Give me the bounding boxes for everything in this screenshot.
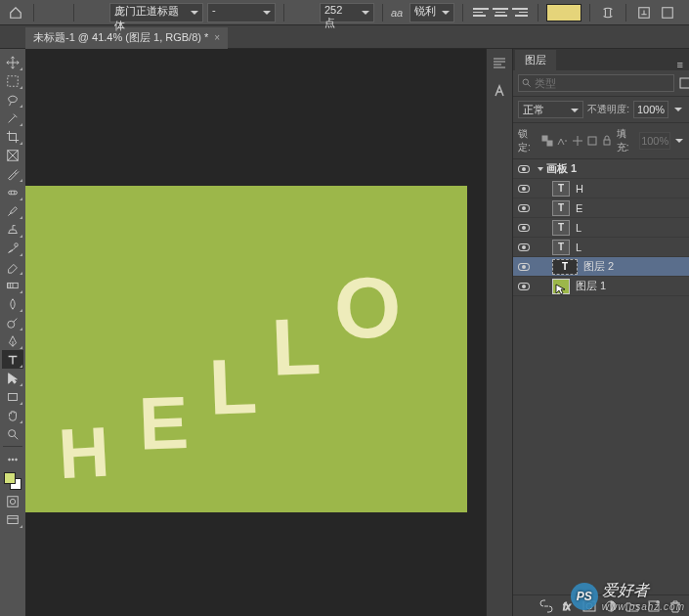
visibility-toggle[interactable] (513, 263, 535, 271)
pen-tool[interactable] (2, 331, 23, 350)
blur-tool[interactable] (2, 294, 23, 313)
layer-filter-input[interactable] (518, 74, 674, 92)
screen-mode-icon[interactable] (2, 510, 23, 529)
artboard: H E L L O (25, 186, 467, 512)
svg-rect-17 (680, 78, 689, 88)
layers-panel: 图层 ≡ 正常 不透明度: 100% (513, 49, 689, 616)
gradient-tool[interactable] (2, 276, 23, 294)
expand-icon[interactable] (535, 167, 546, 171)
blend-mode-select[interactable]: 正常 (518, 101, 583, 118)
lock-transparency-icon[interactable] (540, 134, 552, 148)
font-family-select[interactable]: 庞门正道标题体 (109, 3, 203, 22)
visibility-toggle[interactable] (513, 224, 535, 232)
dodge-tool[interactable] (2, 313, 23, 331)
layer-row[interactable]: L (513, 218, 689, 238)
layers-tab[interactable]: 图层 (515, 50, 556, 70)
group-icon[interactable] (624, 598, 640, 614)
document-tab[interactable]: 未标题-1 @ 41.4% (图层 1, RGB/8) * × (25, 27, 228, 49)
home-icon[interactable] (6, 3, 25, 22)
new-layer-icon[interactable] (646, 598, 662, 614)
layer-row[interactable]: L (513, 238, 689, 257)
cursor-icon (555, 284, 567, 297)
edit-toolbar-icon[interactable] (2, 450, 23, 468)
visibility-toggle[interactable] (513, 185, 535, 193)
svg-rect-23 (542, 136, 547, 141)
layer-row-selected[interactable]: 图层 2 (513, 257, 689, 277)
history-brush-tool[interactable] (2, 239, 23, 257)
lock-position-icon[interactable] (571, 134, 582, 148)
text-tool-icon (42, 1, 65, 24)
font-size-select[interactable]: 252 点 (320, 3, 374, 22)
document-tabs-bar: 未标题-1 @ 41.4% (图层 1, RGB/8) * × (0, 25, 689, 49)
svg-point-11 (12, 459, 14, 461)
layer-mask-icon[interactable] (581, 598, 597, 614)
lock-image-icon[interactable] (556, 134, 568, 148)
text-layer-thumb (552, 181, 570, 197)
lock-all-icon[interactable] (601, 134, 613, 148)
foreground-background-colors[interactable] (2, 470, 23, 492)
font-style-select[interactable]: - (207, 3, 276, 22)
visibility-toggle[interactable] (513, 165, 535, 173)
layer-row[interactable]: H (513, 179, 689, 198)
text-orientation-icon[interactable] (82, 1, 106, 24)
svg-point-12 (16, 459, 18, 461)
opacity-value[interactable]: 100% (633, 101, 668, 118)
warp-text-icon[interactable] (598, 3, 618, 22)
align-center-button[interactable] (493, 5, 508, 21)
zoom-tool[interactable] (2, 424, 23, 443)
quick-mask-icon[interactable] (2, 492, 23, 510)
artboard-row[interactable]: 画板 1 (513, 159, 689, 179)
layer-filter-row (513, 70, 689, 97)
antialias-select[interactable]: 锐利 (409, 3, 454, 22)
paragraph-panel-icon[interactable] (490, 55, 509, 72)
visibility-toggle[interactable] (513, 243, 535, 251)
character-panel-icon[interactable] (634, 3, 654, 22)
lock-fill-row: 锁定: 填充: 100% (513, 123, 689, 159)
move-tool[interactable] (2, 53, 23, 71)
canvas-area[interactable]: H E L L O (25, 49, 486, 616)
blend-opacity-row: 正常 不透明度: 100% (513, 97, 689, 123)
link-layers-icon[interactable] (538, 598, 554, 614)
collapsed-panels (486, 49, 513, 616)
rectangle-tool[interactable] (2, 387, 23, 406)
lock-artboard-icon[interactable] (586, 134, 598, 148)
3d-icon[interactable] (658, 3, 677, 22)
frame-tool[interactable] (2, 146, 23, 164)
fill-slider-icon[interactable] (673, 132, 684, 150)
crop-tool[interactable] (2, 127, 23, 146)
visibility-toggle[interactable] (513, 283, 535, 290)
close-tab-icon[interactable]: × (214, 32, 220, 43)
eyedropper-tool[interactable] (2, 164, 23, 183)
healing-brush-tool[interactable] (2, 183, 23, 201)
clone-stamp-tool[interactable] (2, 220, 23, 239)
hand-tool[interactable] (2, 406, 23, 424)
text-color-swatch[interactable] (546, 4, 581, 22)
svg-rect-8 (9, 393, 18, 400)
font-size-icon (292, 1, 316, 24)
fill-value[interactable]: 100% (639, 132, 670, 150)
brush-tool[interactable] (2, 201, 23, 220)
opacity-slider-icon[interactable] (672, 101, 684, 118)
path-selection-tool[interactable] (2, 369, 23, 387)
filter-pixel-icon[interactable] (678, 76, 689, 90)
svg-point-7 (8, 321, 15, 328)
delete-layer-icon[interactable] (667, 598, 683, 614)
type-tool[interactable] (2, 350, 23, 369)
fill-layer-thumb (552, 279, 570, 294)
marquee-tool[interactable] (2, 71, 23, 90)
visibility-toggle[interactable] (513, 204, 535, 212)
magic-wand-tool[interactable] (2, 109, 23, 127)
align-right-button[interactable] (512, 5, 528, 21)
eraser-tool[interactable] (2, 257, 23, 276)
layer-row[interactable]: 图层 1 (513, 277, 689, 296)
canvas-letter: H (57, 412, 111, 495)
align-left-button[interactable] (473, 5, 489, 21)
layer-row[interactable]: E (513, 198, 689, 218)
layer-style-icon[interactable]: fx (560, 598, 576, 614)
adjustment-layer-icon[interactable] (603, 598, 619, 614)
svg-rect-13 (8, 496, 19, 506)
lasso-tool[interactable] (2, 90, 23, 109)
text-layer-thumb (552, 220, 570, 236)
character-panel-icon[interactable] (490, 82, 509, 100)
panel-menu-icon[interactable]: ≡ (671, 59, 689, 70)
